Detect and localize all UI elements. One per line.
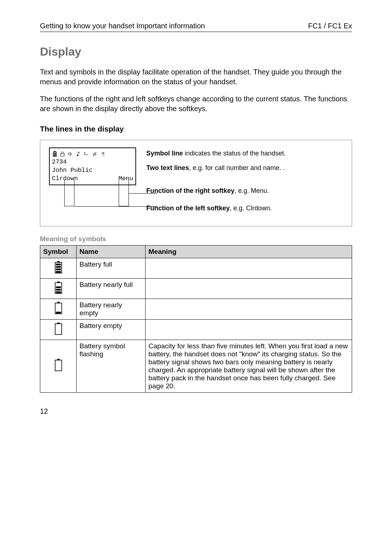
svg-rect-10: [56, 264, 61, 266]
table-row: Battery symbol flashing Capacity for les…: [40, 340, 352, 392]
name-cell: Battery nearly empty: [77, 299, 146, 319]
symbol-cell: [40, 258, 77, 278]
header-right: FC1 / FC1 Ex: [308, 22, 352, 30]
svg-rect-11: [56, 266, 61, 268]
svg-rect-1: [54, 151, 56, 152]
page: Getting to know your handset Important i…: [0, 0, 392, 430]
svg-rect-2: [54, 153, 56, 154]
svg-rect-17: [56, 289, 61, 291]
table-row: Battery nearly empty: [40, 299, 352, 319]
svg-rect-13: [56, 271, 61, 273]
battery-full-icon: [54, 261, 63, 274]
svg-point-6: [77, 155, 78, 156]
svg-rect-5: [61, 154, 64, 156]
table-row: Battery empty: [40, 319, 352, 340]
battery-nearly-full-icon: [54, 281, 63, 294]
symbol-cell: [40, 299, 77, 319]
name-cell: Battery full: [77, 258, 146, 278]
annotation-symbol-line: Symbol line indicates the status of the …: [146, 149, 343, 158]
page-number: 12: [40, 407, 352, 416]
intro-paragraph-2: The functions of the right and left soft…: [40, 94, 352, 114]
speaker-icon: [68, 151, 73, 157]
col-symbol: Symbol: [40, 245, 77, 258]
meaning-cell: [146, 319, 352, 340]
svg-rect-12: [56, 268, 61, 270]
col-meaning: Meaning: [146, 245, 352, 258]
battery-empty-icon: [54, 323, 63, 335]
music-note-icon: [76, 151, 81, 157]
signal-icon: [101, 151, 106, 157]
svg-rect-18: [56, 291, 61, 293]
meaning-cell: [146, 258, 352, 278]
lcd-text-line1: 2734: [52, 158, 133, 166]
name-cell: Battery nearly full: [77, 278, 146, 299]
antenna-down-icon: [84, 151, 89, 157]
symbols-table: Symbol Name Meaning Battery full: [40, 245, 352, 393]
display-diagram: 2734 John Public Clrdown Menu Symbol lin…: [40, 140, 352, 226]
page-title: Display: [40, 45, 352, 58]
intro-paragraph-1: Text and symbols in the display facilita…: [40, 67, 352, 87]
annotation-right-softkey: Function of the right softkey, e.g. Menu…: [146, 186, 343, 195]
symbol-cell: [40, 340, 77, 392]
table-row: Battery full: [40, 258, 352, 278]
lcd-screen: 2734 John Public Clrdown Menu: [49, 147, 136, 185]
meaning-of-symbols-heading: Meaning of symbols: [40, 235, 352, 243]
battery-status-icon: [53, 151, 57, 157]
svg-rect-4: [54, 155, 56, 156]
svg-rect-25: [55, 360, 61, 371]
page-header: Getting to know your handset Important i…: [40, 22, 352, 32]
table-row: Battery nearly full: [40, 278, 352, 299]
meaning-cell: Capacity for less than five minutes left…: [146, 340, 352, 392]
lock-icon: [60, 151, 65, 157]
lcd-softkey-row: Clrdown Menu: [52, 175, 133, 183]
battery-nearly-empty-icon: [54, 302, 63, 314]
lcd-right-softkey: Menu: [118, 175, 133, 183]
meaning-cell: [146, 299, 352, 319]
col-name: Name: [77, 245, 146, 258]
name-cell: Battery symbol flashing: [77, 340, 146, 392]
lcd-left-softkey: Clrdown: [52, 175, 78, 183]
lcd-symbol-line: [52, 150, 133, 158]
diagram-annotations: Symbol line indicates the status of the …: [146, 147, 343, 213]
bell-off-icon: [92, 151, 97, 157]
table-header-row: Symbol Name Meaning: [40, 245, 352, 258]
symbol-cell: [40, 319, 77, 340]
svg-rect-23: [55, 324, 61, 334]
lcd-text-line2: John Public: [52, 166, 133, 175]
svg-rect-21: [56, 312, 61, 313]
annotation-left-softkey: Function of the left softkey, e.g. Clrdo…: [146, 204, 343, 213]
lines-heading: The lines in the display: [40, 125, 352, 133]
name-cell: Battery empty: [77, 319, 146, 340]
svg-rect-16: [56, 286, 61, 288]
header-left: Getting to know your handset Important i…: [40, 22, 205, 30]
meaning-cell: [146, 278, 352, 299]
symbol-cell: [40, 278, 77, 299]
svg-rect-3: [54, 154, 56, 155]
annotation-two-text-lines: Two text lines, e.g. for call number and…: [146, 163, 343, 173]
battery-flashing-icon: [54, 359, 63, 371]
